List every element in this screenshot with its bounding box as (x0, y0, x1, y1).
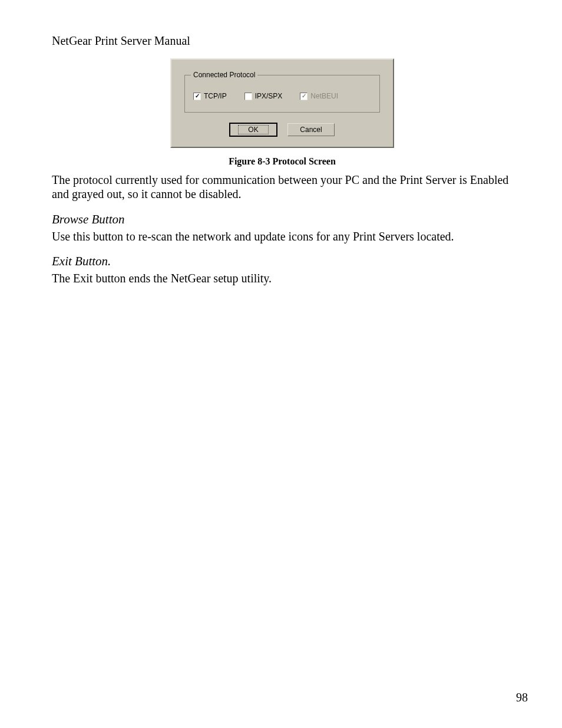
tcpip-checkbox-item[interactable]: ✓ TCP/IP (193, 92, 227, 100)
cancel-button[interactable]: Cancel (287, 123, 335, 136)
netbeui-label: NetBEUI (310, 92, 338, 100)
browse-paragraph: Use this button to re-scan the network a… (52, 229, 513, 243)
document-page: NetGear Print Server Manual Connected Pr… (0, 0, 562, 728)
netbeui-checkbox-item: ✓ NetBEUI (300, 92, 338, 100)
protocol-checkbox-row: ✓ TCP/IP IPX/SPX ✓ NetBEUI (193, 92, 371, 100)
screenshot-figure: Connected Protocol ✓ TCP/IP IPX/SPX ✓ Ne… (170, 58, 394, 148)
ok-button[interactable]: OK (230, 123, 277, 136)
connected-protocol-group: Connected Protocol ✓ TCP/IP IPX/SPX ✓ Ne… (184, 75, 380, 113)
protocol-paragraph: The protocol currently used for communic… (52, 173, 513, 202)
protocol-dialog: Connected Protocol ✓ TCP/IP IPX/SPX ✓ Ne… (170, 58, 394, 148)
ipxspx-checkbox-item[interactable]: IPX/SPX (244, 92, 283, 100)
exit-paragraph: The Exit button ends the NetGear setup u… (52, 271, 513, 285)
tcpip-checkbox[interactable]: ✓ (193, 93, 201, 100)
cancel-button-label: Cancel (300, 126, 322, 134)
figure-caption: Figure 8-3 Protocol Screen (52, 156, 513, 167)
tcpip-label: TCP/IP (204, 92, 227, 100)
netbeui-checkbox: ✓ (300, 93, 308, 100)
dialog-button-row: OK Cancel (184, 123, 380, 136)
ipxspx-checkbox[interactable] (244, 93, 252, 100)
browse-heading: Browse Button (52, 212, 513, 227)
page-number: 98 (516, 691, 528, 704)
ok-button-label: OK (238, 125, 268, 134)
groupbox-title: Connected Protocol (191, 71, 257, 79)
ipxspx-label: IPX/SPX (255, 92, 283, 100)
exit-heading: Exit Button. (52, 254, 513, 269)
manual-header: NetGear Print Server Manual (52, 34, 513, 48)
